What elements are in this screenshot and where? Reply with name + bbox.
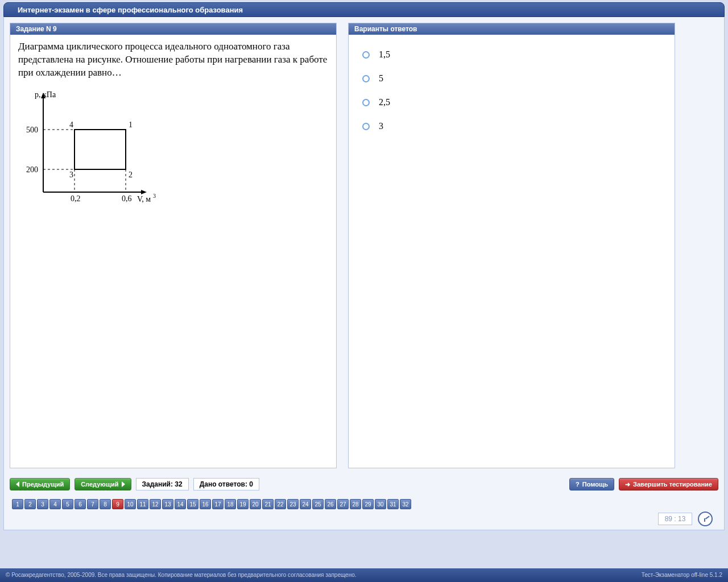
question-nav-25[interactable]: 25 — [312, 499, 324, 509]
help-button-label: Помощь — [582, 481, 608, 488]
svg-text:V, м: V, м — [137, 195, 151, 203]
help-button[interactable]: Помощь — [569, 478, 614, 490]
radio-icon — [362, 123, 370, 130]
next-button-label: Следующий — [81, 481, 118, 488]
question-nav-27[interactable]: 27 — [337, 499, 349, 509]
question-nav-16[interactable]: 16 — [200, 499, 211, 509]
question-nav-9[interactable]: 9 — [112, 499, 123, 509]
radio-icon — [362, 51, 370, 59]
svg-text:3: 3 — [69, 171, 73, 179]
answers-panel: Варианты ответов 1,552,53 — [348, 23, 675, 468]
question-nav-24[interactable]: 24 — [300, 499, 311, 509]
question-nav-10[interactable]: 10 — [125, 499, 136, 509]
help-icon — [576, 481, 580, 488]
svg-text:p, кПа: p, кПа — [35, 90, 56, 99]
question-nav-5[interactable]: 5 — [62, 499, 73, 509]
question-nav-15[interactable]: 15 — [187, 499, 198, 509]
question-nav-31[interactable]: 31 — [387, 499, 399, 509]
timer-row: 89 : 13 — [10, 512, 718, 526]
svg-text:500: 500 — [26, 126, 38, 134]
question-nav-11[interactable]: 11 — [137, 499, 148, 509]
svg-text:0,2: 0,2 — [71, 194, 81, 203]
svg-rect-8 — [75, 130, 126, 169]
question-nav-18[interactable]: 18 — [225, 499, 236, 509]
finish-button-label: Завершить тестирование — [633, 481, 712, 488]
question-nav-30[interactable]: 30 — [375, 499, 386, 509]
question-nav-23[interactable]: 23 — [287, 499, 299, 509]
arrow-right-icon — [122, 481, 125, 487]
runner-icon — [625, 481, 630, 488]
radio-icon — [362, 75, 370, 82]
answer-label: 3 — [379, 121, 383, 131]
finish-button[interactable]: Завершить тестирование — [619, 478, 718, 490]
arrow-left-icon — [16, 481, 19, 487]
question-nav-28[interactable]: 28 — [350, 499, 361, 509]
status-bar: © Росаккредагентство, 2005-2009. Все пра… — [0, 568, 728, 582]
next-button[interactable]: Следующий — [75, 478, 131, 490]
svg-text:200: 200 — [26, 165, 38, 174]
window-title: Интернет-экзамен в сфере профессионально… — [3, 2, 725, 17]
answer-label: 1,5 — [379, 49, 390, 60]
question-nav-7[interactable]: 7 — [87, 499, 98, 509]
svg-text:3: 3 — [153, 193, 156, 199]
main-content: Задание N 9 Диаграмма циклического проце… — [3, 17, 725, 530]
copyright-text: © Росаккредагентство, 2005-2009. Все пра… — [6, 568, 357, 582]
svg-text:0,6: 0,6 — [122, 194, 132, 203]
question-nav-29[interactable]: 29 — [362, 499, 374, 509]
svg-text:2: 2 — [129, 171, 133, 179]
answers-panel-header: Варианты ответов — [349, 23, 675, 35]
total-tasks-field: Заданий: 32 — [136, 478, 189, 490]
radio-icon — [362, 99, 370, 106]
timer-value: 89 : 13 — [658, 513, 692, 525]
question-panel: Задание N 9 Диаграмма циклического проце… — [10, 23, 337, 468]
clock-icon — [698, 512, 713, 526]
question-nav-4[interactable]: 4 — [49, 499, 61, 509]
question-nav-32[interactable]: 32 — [400, 499, 411, 509]
question-nav: 1234567891011121314151617181920212223242… — [10, 499, 718, 509]
question-nav-22[interactable]: 22 — [275, 499, 286, 509]
question-nav-20[interactable]: 20 — [250, 499, 261, 509]
question-nav-13[interactable]: 13 — [162, 499, 173, 509]
question-nav-2[interactable]: 2 — [24, 499, 36, 509]
svg-text:1: 1 — [129, 120, 133, 129]
question-nav-14[interactable]: 14 — [175, 499, 186, 509]
prev-button-label: Предыдущий — [22, 481, 64, 488]
version-text: Тест-Экзаменатор off-line 5.1.2 — [642, 568, 722, 582]
question-nav-1[interactable]: 1 — [12, 499, 23, 509]
question-nav-12[interactable]: 12 — [150, 499, 161, 509]
answer-option-4[interactable]: 3 — [357, 114, 675, 138]
pv-diagram: p, кПа 500 200 0,2 0,6 V, м 3 4 1 3 2 — [20, 84, 336, 217]
svg-text:4: 4 — [69, 120, 73, 129]
navigation-toolbar: Предыдущий Следующий Заданий: 32 Дано от… — [10, 476, 718, 492]
question-nav-8[interactable]: 8 — [100, 499, 111, 509]
svg-marker-3 — [141, 190, 147, 194]
question-nav-17[interactable]: 17 — [212, 499, 224, 509]
question-panel-header: Задание N 9 — [10, 23, 336, 35]
answer-option-3[interactable]: 2,5 — [357, 90, 675, 114]
question-nav-21[interactable]: 21 — [262, 499, 274, 509]
prev-button[interactable]: Предыдущий — [10, 478, 70, 490]
answer-label: 5 — [379, 73, 383, 84]
answer-label: 2,5 — [379, 97, 390, 107]
question-nav-6[interactable]: 6 — [75, 499, 86, 509]
question-text: Диаграмма циклического процесса идеально… — [10, 35, 336, 84]
question-nav-19[interactable]: 19 — [237, 499, 249, 509]
answered-field: Дано ответов: 0 — [193, 478, 259, 490]
question-nav-3[interactable]: 3 — [37, 499, 48, 509]
answer-option-2[interactable]: 5 — [357, 66, 675, 90]
question-nav-26[interactable]: 26 — [325, 499, 336, 509]
answer-option-1[interactable]: 1,5 — [357, 43, 675, 66]
